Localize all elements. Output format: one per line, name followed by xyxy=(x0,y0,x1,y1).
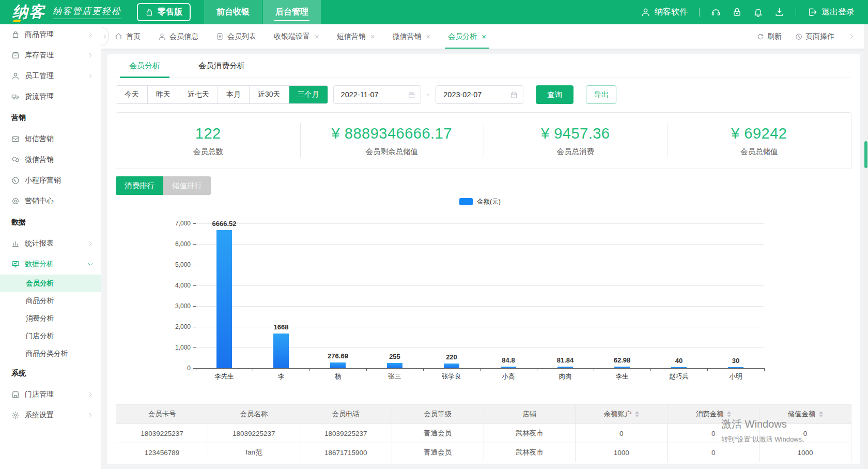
export-button[interactable]: 导出 xyxy=(586,85,616,104)
top-nav-admin[interactable]: 后台管理 xyxy=(263,0,321,24)
sidebar-item-系统设置[interactable]: 系统设置 xyxy=(0,405,101,426)
table-row[interactable]: 123456789fan范18671715900普通会员武林夜市10000100… xyxy=(116,443,851,462)
edition-button[interactable]: 零售版 xyxy=(137,3,191,21)
sidebar-subitem-商品分析[interactable]: 商品分析 xyxy=(0,292,101,310)
sidebar-item-微信营销[interactable]: 微信营销 xyxy=(0,149,101,170)
sort-control[interactable] xyxy=(819,411,823,417)
close-icon[interactable]: × xyxy=(370,33,375,40)
sidebar-section-营销: 营销 xyxy=(0,107,101,129)
x-tick-mark xyxy=(423,368,424,371)
scrollbar-thumb[interactable] xyxy=(864,141,867,168)
bar-李生[interactable] xyxy=(614,367,630,368)
bell-icon[interactable] xyxy=(753,7,763,17)
subtab-member-analysis[interactable]: 会员分析 xyxy=(120,54,169,78)
sidebar-item-短信营销[interactable]: 短信营销 xyxy=(0,129,101,149)
download-icon[interactable] xyxy=(774,7,784,17)
tab-2[interactable]: 会员列表 xyxy=(216,24,256,49)
sidebar-item-商品管理[interactable]: 商品管理 xyxy=(0,24,101,45)
tab-label: 会员分析 xyxy=(448,32,477,41)
sidebar-item-营销中心[interactable]: 营销中心 xyxy=(0,191,101,211)
sidebar-item-门店管理[interactable]: 门店管理 xyxy=(0,384,101,405)
sort-desc-icon[interactable] xyxy=(727,415,731,417)
bar-李[interactable] xyxy=(273,334,289,368)
sidebar-item-数据分析[interactable]: 数据分析 xyxy=(0,254,101,275)
quick-range-近30天[interactable]: 近30天 xyxy=(250,86,289,103)
stored-rank-button[interactable]: 储值排行 xyxy=(163,176,211,195)
sort-asc-icon[interactable] xyxy=(819,411,823,414)
page-scrollbar[interactable] xyxy=(864,24,868,469)
sidebar-item-label: 员工管理 xyxy=(25,71,54,81)
bar-肉肉[interactable] xyxy=(557,367,573,368)
sidebar-item-统计报表[interactable]: 统计报表 xyxy=(0,233,101,254)
column-header-余额账户[interactable]: 余额账户 xyxy=(576,405,668,424)
quick-range-三个月[interactable]: 三个月 xyxy=(289,86,328,103)
tab-3[interactable]: 收银端设置× xyxy=(274,24,319,49)
bar-李先生[interactable] xyxy=(216,230,232,368)
bar-小明[interactable] xyxy=(728,367,743,368)
table-row[interactable]: 180392252371803922523718039225237普通会员武林夜… xyxy=(116,424,851,443)
sidebar-item-label: 小程序营销 xyxy=(25,176,61,185)
sidebar-subitem-消费分析[interactable]: 消费分析 xyxy=(0,310,101,327)
column-header-消费金额[interactable]: 消费金额 xyxy=(668,405,760,424)
close-icon[interactable]: × xyxy=(426,33,431,40)
bar-张三[interactable] xyxy=(387,363,402,368)
stat-value: ¥ 69242 xyxy=(731,125,787,142)
tab-0[interactable]: 首页 xyxy=(115,24,141,49)
date-from-input[interactable]: 2022-11-07 xyxy=(333,85,421,104)
sort-asc-icon[interactable] xyxy=(635,411,639,414)
close-icon[interactable]: × xyxy=(315,33,319,40)
bar-小高[interactable] xyxy=(501,367,516,368)
quick-range-今天[interactable]: 今天 xyxy=(116,86,148,103)
page-ops-button[interactable]: 页面操作 xyxy=(795,32,834,41)
date-to-input[interactable]: 2023-02-07 xyxy=(436,85,523,104)
subtab-member-consume-analysis[interactable]: 会员消费分析 xyxy=(189,54,254,78)
sort-control[interactable] xyxy=(635,411,639,417)
lock-icon[interactable] xyxy=(732,7,742,17)
sidebar-item-员工管理[interactable]: 员工管理 xyxy=(0,66,101,86)
headset-icon[interactable] xyxy=(711,7,721,17)
column-label: 消费金额 xyxy=(696,410,724,419)
y-tick-label: 3,000 xyxy=(160,302,191,310)
y-tick-mark xyxy=(193,306,196,307)
sort-control[interactable] xyxy=(727,411,731,417)
consume-rank-button[interactable]: 消费排行 xyxy=(116,176,163,195)
bar-value-label: 220 xyxy=(423,353,480,361)
chevron-right-icon[interactable] xyxy=(848,33,855,40)
top-nav-cashier[interactable]: 前台收银 xyxy=(204,0,262,24)
sidebar-item-小程序营销[interactable]: 小程序营销 xyxy=(0,170,101,191)
x-category-label: 肉肉 xyxy=(537,372,594,381)
y-tick-label: 0 xyxy=(160,365,191,372)
quick-range-近七天[interactable]: 近七天 xyxy=(179,86,218,103)
tab-5[interactable]: 微信营销× xyxy=(393,24,431,49)
table-cell: 武林夜市 xyxy=(484,443,576,462)
y-tick-mark xyxy=(193,244,196,245)
sidebar-item-label: 数据分析 xyxy=(25,260,54,269)
sort-desc-icon[interactable] xyxy=(819,415,823,417)
bar-赵巧兵[interactable] xyxy=(671,367,687,368)
sidebar-item-库存管理[interactable]: 库存管理 xyxy=(0,45,101,66)
sidebar-subitem-门店分析[interactable]: 门店分析 xyxy=(0,327,101,345)
bar-张学良[interactable] xyxy=(444,364,459,368)
bar-杨[interactable] xyxy=(330,362,346,368)
quick-range-本月[interactable]: 本月 xyxy=(218,86,250,103)
sidebar-section-数据: 数据 xyxy=(0,211,101,233)
tab-1[interactable]: 会员信息 xyxy=(158,24,198,49)
sort-asc-icon[interactable] xyxy=(727,411,731,414)
user-chip[interactable]: 纳客软件 xyxy=(641,7,688,18)
edition-label: 零售版 xyxy=(158,7,182,18)
sort-desc-icon[interactable] xyxy=(635,415,639,417)
query-button[interactable]: 查询 xyxy=(536,85,574,104)
table-cell: 1000 xyxy=(576,443,668,462)
sidebar-item-货流管理[interactable]: 货流管理 xyxy=(0,86,101,107)
refresh-button[interactable]: 刷新 xyxy=(757,32,782,41)
sidebar-subitem-会员分析[interactable]: 会员分析 xyxy=(0,275,101,292)
quick-range-昨天[interactable]: 昨天 xyxy=(148,86,179,103)
subtab-label: 会员消费分析 xyxy=(198,61,245,71)
close-icon[interactable]: × xyxy=(482,33,486,40)
tab-4[interactable]: 短信营销× xyxy=(337,24,375,49)
logout-button[interactable]: 退出登录 xyxy=(808,7,855,18)
sidebar-subitem-商品分类分析[interactable]: 商品分类分析 xyxy=(0,345,101,362)
tab-6[interactable]: 会员分析× xyxy=(448,24,486,49)
column-header-储值金额[interactable]: 储值金额 xyxy=(760,405,851,424)
chart-legend[interactable]: 金额(元) xyxy=(196,196,764,207)
